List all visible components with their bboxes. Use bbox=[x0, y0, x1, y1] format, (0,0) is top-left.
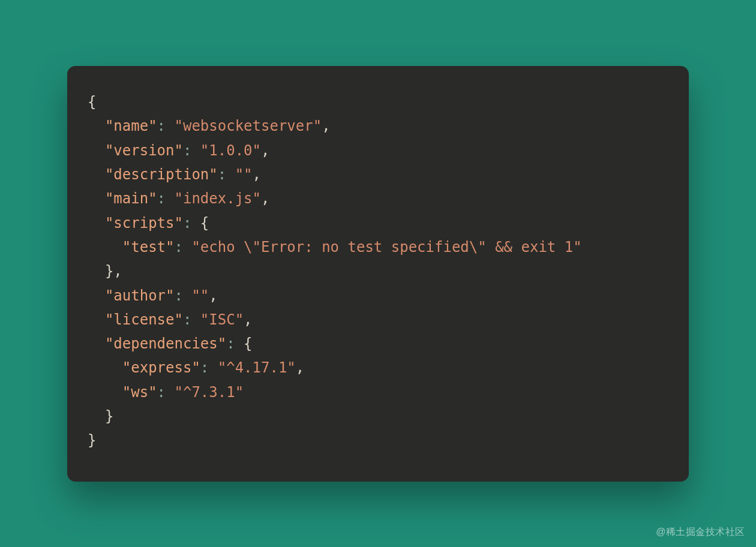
code-token: "version" bbox=[105, 142, 183, 159]
code-token: "^4.17.1" bbox=[218, 359, 296, 376]
code-token: } bbox=[88, 432, 96, 449]
code-token: } bbox=[105, 263, 113, 279]
code-token: } bbox=[105, 408, 113, 425]
code-token: "description" bbox=[105, 166, 218, 183]
code-token: "^7.3.1" bbox=[175, 384, 244, 401]
code-token: "express" bbox=[122, 359, 200, 376]
code-token: : bbox=[175, 287, 183, 304]
code-token: "test" bbox=[122, 239, 175, 256]
code-token: : bbox=[157, 384, 166, 401]
code-card: { "name": "websocketserver", "version": … bbox=[67, 66, 689, 482]
code-line: "version": "1.0.0", bbox=[88, 142, 269, 159]
code-token: "" bbox=[235, 166, 253, 183]
code-token: : bbox=[157, 118, 166, 134]
code-token: "main" bbox=[105, 190, 157, 207]
code-token: "name" bbox=[105, 118, 157, 134]
code-block: { "name": "websocketserver", "version": … bbox=[88, 90, 668, 453]
code-token: , bbox=[261, 190, 269, 207]
code-line: "main": "index.js", bbox=[88, 190, 269, 207]
code-token: { bbox=[244, 335, 252, 352]
code-token bbox=[191, 142, 200, 159]
code-token: , bbox=[296, 359, 304, 376]
code-token: : bbox=[200, 359, 209, 376]
code-token bbox=[191, 311, 200, 328]
code-line: "license": "ISC", bbox=[88, 311, 253, 328]
code-line: } bbox=[88, 432, 96, 449]
code-token: : bbox=[183, 311, 191, 328]
code-token: "websocketserver" bbox=[175, 118, 322, 134]
code-token bbox=[209, 359, 217, 376]
code-token: "" bbox=[191, 287, 209, 304]
code-token: { bbox=[200, 215, 209, 232]
code-token: "index.js" bbox=[175, 190, 262, 207]
code-token bbox=[166, 384, 174, 401]
code-line: "express": "^4.17.1", bbox=[88, 359, 304, 376]
code-token: , bbox=[209, 287, 217, 304]
code-line: "test": "echo \"Error: no test specified… bbox=[88, 239, 582, 256]
code-token bbox=[166, 190, 174, 207]
code-token bbox=[183, 239, 191, 256]
code-token bbox=[183, 287, 191, 304]
code-token: : bbox=[183, 215, 191, 232]
code-token: , bbox=[113, 263, 122, 279]
code-token: "1.0.0" bbox=[200, 142, 261, 159]
code-token bbox=[226, 166, 235, 183]
code-line: "scripts": { bbox=[88, 215, 209, 232]
code-line: } bbox=[88, 408, 113, 425]
code-token: "license" bbox=[105, 311, 183, 328]
code-token: , bbox=[261, 142, 269, 159]
code-token: : bbox=[226, 335, 235, 352]
code-token: , bbox=[253, 166, 261, 183]
code-token: "author" bbox=[105, 287, 175, 304]
code-token: "scripts" bbox=[105, 215, 183, 232]
code-token: : bbox=[157, 190, 166, 207]
code-line: "dependencies": { bbox=[88, 335, 253, 352]
code-token bbox=[191, 215, 200, 232]
code-token: "ws" bbox=[122, 384, 157, 401]
code-line: "description": "", bbox=[88, 166, 261, 183]
code-token: "ISC" bbox=[200, 311, 244, 328]
code-line: "author": "", bbox=[88, 287, 218, 304]
code-token: , bbox=[322, 118, 330, 134]
code-line: }, bbox=[88, 263, 122, 279]
code-token: : bbox=[175, 239, 183, 256]
code-line: { bbox=[88, 94, 96, 110]
code-token: { bbox=[88, 94, 96, 110]
code-line: "ws": "^7.3.1" bbox=[88, 384, 244, 401]
code-token: , bbox=[244, 311, 252, 328]
code-token: : bbox=[218, 166, 226, 183]
code-line: "name": "websocketserver", bbox=[88, 118, 331, 134]
code-token: : bbox=[183, 142, 191, 159]
code-token: "dependencies" bbox=[105, 335, 226, 352]
code-token bbox=[235, 335, 244, 352]
code-token bbox=[166, 118, 174, 134]
watermark-text: @稀土掘金技术社区 bbox=[656, 526, 745, 539]
code-token: "echo \"Error: no test specified\" && ex… bbox=[191, 239, 581, 256]
